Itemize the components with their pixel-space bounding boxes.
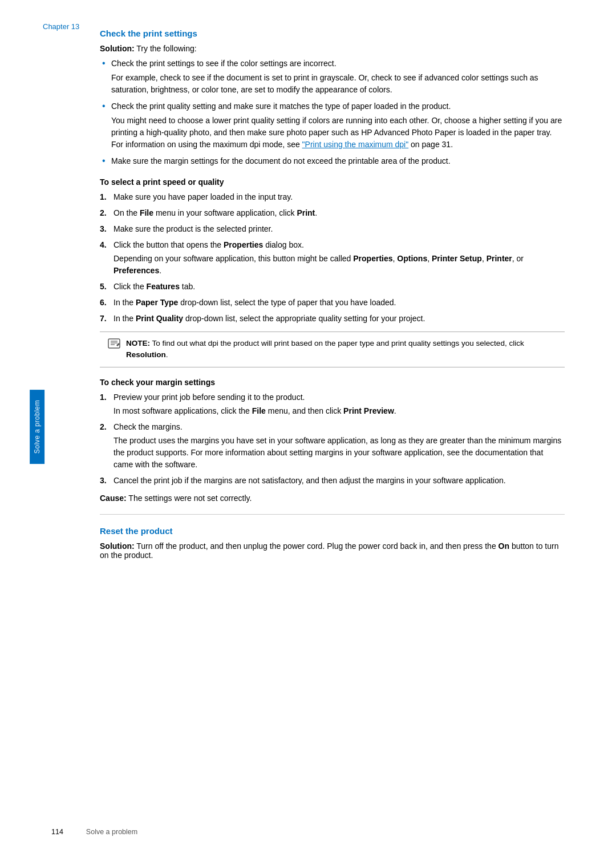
list-item: Make sure the product is the selected pr… [100,223,565,235]
list-item: Make sure the margin settings for the do… [100,155,565,167]
print-dpi-link[interactable]: "Print using the maximum dpi" [302,140,409,149]
margin-step1-sub: In most software applications, click the… [114,405,565,417]
footer: 114 Solve a problem [0,828,616,836]
step4-text: Click the button that opens the Properti… [114,240,304,249]
section-divider [100,514,565,515]
list-item: In the Paper Type drop-down list, select… [100,297,565,309]
bullet-main-2: Check the print quality setting and make… [111,102,451,111]
list-item: Check the print quality setting and make… [100,100,565,151]
list-item: Make sure you have paper loaded in the i… [100,191,565,203]
step6-text: In the Paper Type drop-down list, select… [114,298,396,307]
bullet-main-1: Check the print settings to see if the c… [111,59,337,68]
note-box: NOTE: To find out what dpi the product w… [100,332,565,367]
section2-solution-label: Solution: [100,541,135,551]
list-item: Preview your print job before sending it… [100,391,565,417]
cause-label: Cause: [100,494,127,503]
cause-text: The settings were not set correctly. [127,494,252,503]
list-item: Click the button that opens the Properti… [100,239,565,277]
step4-sub: Depending on your software application, … [114,253,565,277]
bullet-main-3: Make sure the margin settings for the do… [111,156,451,165]
bullet-sub-1: For example, check to see if the documen… [111,72,565,96]
step7-text: In the Print Quality drop-down list, sel… [114,314,425,323]
solution-label: Solution: [100,44,135,53]
list-item: On the File menu in your software applic… [100,207,565,219]
cause-line: Cause: The settings were not set correct… [100,494,565,503]
list-item: Cancel the print job if the margins are … [100,475,565,487]
step3-text: Make sure the product is the selected pr… [114,224,273,233]
note-label: NOTE: [126,339,150,347]
subsection-heading-2: To check your margin settings [100,378,565,387]
list-item: Check the print settings to see if the c… [100,58,565,96]
margin-step2-sub: The product uses the margins you have se… [114,435,565,471]
step2-text: On the File menu in your software applic… [114,208,317,217]
list-item: In the Print Quality drop-down list, sel… [100,313,565,325]
note-icon [108,338,120,349]
note-body: To find out what dpi the product will pr… [126,339,524,359]
margin-step2-main: Check the margins. [114,422,183,431]
margin-step1-main: Preview your print job before sending it… [114,393,305,402]
note-content: NOTE: To find out what dpi the product w… [126,338,557,361]
steps-list-1: Make sure you have paper loaded in the i… [100,191,565,325]
step1-text: Make sure you have paper loaded in the i… [114,192,293,201]
list-item: Check the margins. The product uses the … [100,421,565,471]
subsection-heading-1: To select a print speed or quality [100,177,565,187]
solution-text: Try the following: [135,44,197,53]
steps-list-2: Preview your print job before sending it… [100,391,565,487]
bullet-list: Check the print settings to see if the c… [100,58,565,167]
section2-solution-text: Turn off the product, and then unplug th… [100,541,558,560]
section1-title: Check the print settings [100,29,565,38]
solution-intro: Solution: Try the following: [100,44,565,53]
footer-page-number: 114 [51,828,63,836]
list-item: Click the Features tab. [100,281,565,293]
sidebar-tab: Solve a problem [30,389,44,463]
bullet-sub-2: You might need to choose a lower print q… [111,115,565,151]
footer-text: Solve a problem [86,828,137,836]
section2-solution: Solution: Turn off the product, and then… [100,541,565,560]
step5-text: Click the Features tab. [114,282,195,291]
section2-title: Reset the product [100,526,565,536]
margin-step3-main: Cancel the print job if the margins are … [114,476,506,485]
